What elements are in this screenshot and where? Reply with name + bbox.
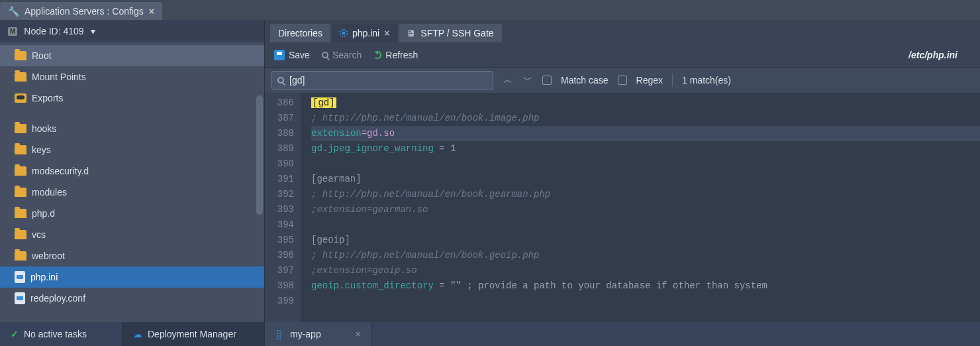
window-tab-bar: 🔧 Application Servers : Configs × [0, 0, 980, 20]
search-icon [322, 52, 328, 58]
save-icon [274, 50, 285, 60]
tree-item[interactable]: redeploy.conf [0, 288, 264, 309]
folder-icon [15, 51, 26, 60]
close-icon[interactable]: × [384, 28, 389, 38]
window-tab-configs[interactable]: 🔧 Application Servers : Configs × [0, 2, 162, 20]
node-id-label: Node ID: 4109 [24, 26, 83, 36]
tree-item[interactable]: modules [0, 182, 264, 203]
match-case-label: Match case [561, 75, 609, 86]
tab-sftp-label: SFTP / SSH Gate [420, 28, 493, 38]
tree-item-label: keys [32, 144, 51, 155]
tab-phpini[interactable]: php.ini × [332, 24, 397, 42]
gear-icon [340, 29, 348, 37]
code-content[interactable]: [gd]; http://php.net/manual/en/book.imag… [301, 93, 980, 322]
node-header[interactable]: M Node ID: 4109 ▾ [0, 20, 264, 42]
save-label: Save [289, 50, 310, 60]
folder-icon [15, 124, 26, 133]
status-app-tab[interactable]: ⣿ my-app × [265, 322, 372, 346]
find-bar: ︿ ﹀ Match case Regex 1 match(es) [265, 68, 980, 93]
app-icon: ⣿ [275, 329, 282, 339]
tree-item[interactable]: keys [0, 139, 264, 160]
tree-item-label: modules [32, 187, 67, 198]
folder-icon [15, 166, 26, 176]
wrench-icon: 🔧 [8, 6, 19, 17]
save-button[interactable]: Save [274, 50, 310, 60]
folder-icon [15, 251, 26, 260]
editor-toolbar: Save Search Refresh /etc/php.ini [265, 42, 980, 68]
refresh-label: Refresh [385, 50, 418, 60]
find-input-wrapper [271, 71, 493, 89]
find-input[interactable] [289, 75, 487, 86]
link-icon [15, 93, 26, 103]
tree-item-label: php.ini [30, 272, 58, 282]
status-deployment[interactable]: ☁ Deployment Manager [122, 322, 265, 346]
line-gutter: 3863873883893903913923933943953963973983… [265, 93, 301, 322]
tree-item[interactable]: vcs [0, 224, 264, 245]
tree-item[interactable]: hooks [0, 118, 264, 139]
code-editor[interactable]: 3863873883893903913923933943953963973983… [265, 93, 980, 322]
tree-item-label: redeploy.conf [30, 293, 85, 304]
tab-phpini-label: php.ini [352, 28, 379, 38]
folder-icon [15, 188, 26, 197]
close-icon[interactable]: × [149, 6, 154, 17]
tree-item-label: Root [32, 50, 52, 61]
app-name: my-app [290, 329, 321, 339]
cloud-icon: ☁ [133, 329, 142, 339]
terminal-icon: 🖥 [407, 28, 416, 38]
search-button[interactable]: Search [322, 50, 362, 60]
scrollbar-thumb[interactable] [256, 95, 263, 215]
file-path: /etc/php.ini [908, 50, 971, 60]
tree-item[interactable]: Mount Points [0, 66, 264, 87]
file-tree[interactable]: RootMount PointsExportshookskeysmodsecur… [0, 42, 264, 322]
tree-item[interactable]: modsecurity.d [0, 160, 264, 182]
refresh-icon [373, 51, 381, 59]
regex-checkbox[interactable] [618, 76, 627, 85]
tree-item[interactable]: php.ini [0, 266, 264, 288]
regex-label: Regex [636, 75, 663, 86]
tree-item-label: webroot [32, 251, 65, 261]
check-icon: ✓ [11, 329, 19, 339]
tree-item-label: php.d [32, 208, 55, 219]
refresh-button[interactable]: Refresh [373, 50, 418, 60]
chevron-down-icon: ▾ [91, 26, 95, 36]
file-icon [15, 271, 25, 283]
folder-icon [15, 72, 26, 82]
folder-icon [15, 230, 26, 239]
folder-icon [15, 145, 26, 154]
sidebar: M Node ID: 4109 ▾ RootMount PointsExport… [0, 20, 265, 322]
m-badge-icon: M [8, 27, 17, 36]
match-case-checkbox[interactable] [542, 76, 552, 85]
folder-icon [15, 209, 26, 218]
find-next-button[interactable]: ﹀ [522, 75, 533, 86]
tab-directories[interactable]: Directories [270, 24, 330, 42]
search-icon [277, 77, 284, 84]
tree-item[interactable]: Root [0, 45, 264, 66]
main-area: M Node ID: 4109 ▾ RootMount PointsExport… [0, 20, 980, 322]
tasks-label: No active tasks [24, 329, 87, 339]
window-tab-title: Application Servers : Configs [24, 6, 144, 17]
tree-item[interactable]: webroot [0, 245, 264, 266]
find-prev-button[interactable]: ︿ [503, 75, 513, 86]
tree-item-label: Exports [32, 93, 63, 103]
status-tasks[interactable]: ✓ No active tasks [0, 322, 122, 346]
tree-item[interactable]: Exports [0, 87, 264, 109]
tree-item-label: modsecurity.d [32, 166, 89, 176]
editor-tabs: Directories php.ini × 🖥 SFTP / SSH Gate [265, 20, 980, 42]
search-label: Search [332, 50, 362, 60]
tab-sftp[interactable]: 🖥 SFTP / SSH Gate [399, 24, 501, 42]
tree-item-label: hooks [32, 123, 56, 134]
close-icon[interactable]: × [356, 329, 361, 339]
file-icon [15, 292, 25, 304]
match-count: 1 match(es) [682, 75, 731, 86]
tree-item-label: vcs [32, 229, 46, 240]
deploy-label: Deployment Manager [148, 329, 236, 339]
tree-item-label: Mount Points [32, 72, 86, 82]
status-bar: ✓ No active tasks ☁ Deployment Manager ⣿… [0, 322, 980, 346]
editor-panel: Directories php.ini × 🖥 SFTP / SSH Gate … [265, 20, 980, 322]
tab-directories-label: Directories [278, 28, 322, 38]
tree-item[interactable]: php.d [0, 203, 264, 224]
